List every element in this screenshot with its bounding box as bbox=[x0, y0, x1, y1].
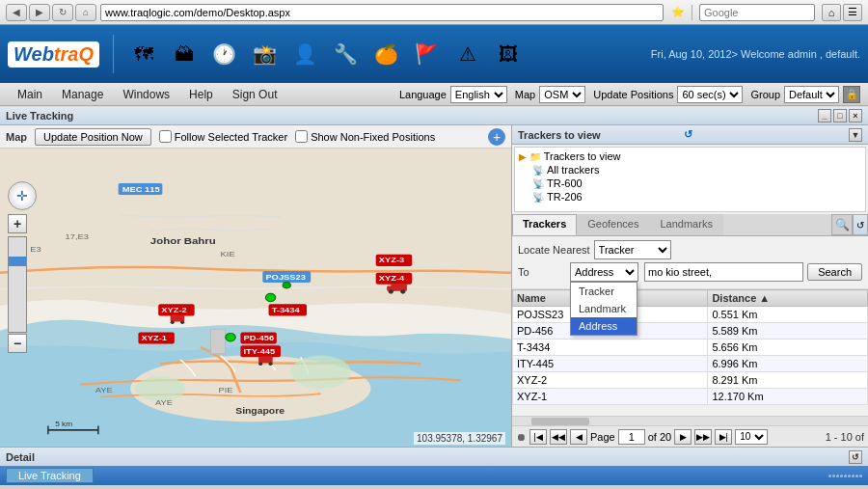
tracker-distance-cell: 12.170 Km bbox=[708, 389, 868, 405]
pagination-info-icon: ⏺ bbox=[516, 431, 527, 443]
table-row[interactable]: T-34345.656 Km bbox=[513, 340, 868, 356]
page-forward-btn[interactable]: ▶▶ bbox=[694, 429, 712, 445]
update-position-btn[interactable]: Update Position Now bbox=[35, 128, 151, 146]
browser-back-btn[interactable]: ◀ bbox=[6, 4, 27, 21]
tab-geofences[interactable]: Geofences bbox=[577, 214, 649, 235]
table-row[interactable]: XYZ-112.170 Km bbox=[513, 389, 868, 405]
map-background[interactable]: Johor Bahru E3 17,E3 KIE AYE AYE PIE Sin… bbox=[0, 149, 511, 447]
tree-item-all[interactable]: 📡 All trackers bbox=[517, 163, 863, 177]
browser-home-btn[interactable]: ⌂ bbox=[75, 4, 96, 21]
toolbar-camera-icon[interactable]: 📸 bbox=[249, 38, 282, 70]
table-row[interactable]: PD-4565.589 Km bbox=[513, 323, 868, 340]
locate-address-input[interactable] bbox=[644, 262, 803, 282]
status-grip bbox=[828, 475, 862, 477]
svg-point-17 bbox=[283, 282, 290, 288]
language-select[interactable]: English bbox=[450, 86, 507, 103]
svg-point-1 bbox=[130, 356, 370, 422]
toolbar-orange-icon[interactable]: 🍊 bbox=[370, 38, 403, 70]
dropdown-option-address[interactable]: Address bbox=[571, 317, 637, 335]
search-button[interactable]: Search bbox=[807, 263, 862, 281]
browser-house-icon[interactable]: ⌂ bbox=[822, 4, 841, 21]
show-non-fixed-checkbox[interactable]: Show Non-Fixed Positions bbox=[295, 130, 435, 143]
results-table: Name Distance ▲ POJSS230.551 KmPD-4565.5… bbox=[512, 289, 868, 405]
restore-btn[interactable]: □ bbox=[833, 109, 847, 122]
zoom-out-btn[interactable]: − bbox=[8, 334, 27, 353]
svg-text:5 km: 5 km bbox=[55, 420, 72, 427]
show-non-fixed-label: Show Non-Fixed Positions bbox=[311, 131, 435, 143]
rows-per-page-select[interactable]: 10 25 50 bbox=[735, 429, 768, 445]
nav-windows[interactable]: Windows bbox=[113, 85, 179, 104]
toolbar-photo-icon[interactable]: 🖼 bbox=[492, 38, 525, 70]
page-next-btn[interactable]: ▶ bbox=[674, 429, 692, 445]
compass-icon[interactable]: ✛ bbox=[8, 181, 37, 210]
map-label: Map bbox=[515, 89, 535, 100]
col-distance-header[interactable]: Distance ▲ bbox=[708, 290, 868, 307]
svg-rect-2 bbox=[210, 329, 226, 354]
browser-menu-icon[interactable]: ☰ bbox=[843, 4, 862, 21]
table-row[interactable]: ITY-4456.996 Km bbox=[513, 356, 868, 372]
toolbar-alert-icon[interactable]: ⚠ bbox=[451, 38, 484, 70]
tabs-bar: Trackers Geofences Landmarks 🔍 ↺ bbox=[512, 214, 868, 236]
table-scroll-area[interactable]: Name Distance ▲ POJSS230.551 KmPD-4565.5… bbox=[512, 289, 868, 416]
toolbar-flag-icon[interactable]: 🚩 bbox=[411, 38, 444, 70]
browser-refresh-btn[interactable]: ↻ bbox=[52, 4, 73, 21]
tracker-icon-tr206: 📡 bbox=[532, 192, 544, 203]
follow-tracker-checkbox[interactable]: Follow Selected Tracker bbox=[159, 130, 287, 143]
dropdown-option-tracker[interactable]: Tracker bbox=[571, 283, 637, 300]
table-row[interactable]: XYZ-28.291 Km bbox=[513, 372, 868, 389]
trackers-panel-btn[interactable]: ▼ bbox=[849, 128, 862, 142]
minimize-btn[interactable]: _ bbox=[818, 109, 831, 122]
nav-signout[interactable]: Sign Out bbox=[223, 85, 287, 104]
nav-help[interactable]: Help bbox=[179, 85, 223, 104]
tree-item-root[interactable]: ▶ 📁 Trackers to view bbox=[517, 149, 863, 163]
nav-main[interactable]: Main bbox=[8, 85, 52, 104]
svg-rect-13 bbox=[119, 183, 163, 195]
tree-item-tr206[interactable]: 📡 TR-206 bbox=[517, 190, 863, 204]
svg-rect-0 bbox=[0, 149, 511, 447]
svg-point-43 bbox=[226, 333, 235, 341]
tracker-name-cell: ITY-445 bbox=[513, 356, 708, 372]
zoom-in-btn[interactable]: + bbox=[8, 214, 27, 233]
svg-text:PIE: PIE bbox=[219, 386, 233, 394]
tab-right-btn[interactable]: ↺ bbox=[853, 214, 868, 235]
follow-tracker-label: Follow Selected Tracker bbox=[175, 131, 287, 143]
page-last-btn[interactable]: ▶| bbox=[715, 429, 732, 445]
tab-trackers[interactable]: Trackers bbox=[512, 214, 577, 235]
tree-item-tr600[interactable]: 📡 TR-600 bbox=[517, 177, 863, 190]
toolbar-map-icon[interactable]: 🗺 bbox=[127, 38, 160, 70]
tab-search-icon[interactable]: 🔍 bbox=[831, 214, 853, 235]
toolbar-user-icon[interactable]: 👤 bbox=[289, 38, 322, 70]
close-btn[interactable]: × bbox=[849, 109, 862, 122]
group-select[interactable]: Default bbox=[784, 86, 839, 103]
tracker-tree: ▶ 📁 Trackers to view 📡 All trackers 📡 TR… bbox=[514, 147, 866, 212]
dropdown-option-landmark[interactable]: Landmark bbox=[571, 300, 637, 317]
table-row[interactable]: POJSS230.551 Km bbox=[513, 307, 868, 323]
toolbar-clock-icon[interactable]: 🕐 bbox=[208, 38, 241, 70]
tab-landmarks[interactable]: Landmarks bbox=[649, 214, 722, 235]
browser-forward-btn[interactable]: ▶ bbox=[29, 4, 50, 21]
nav-manage[interactable]: Manage bbox=[52, 85, 113, 104]
toolbar-tools-icon[interactable]: 🔧 bbox=[330, 38, 363, 70]
tracker-name-cell: XYZ-1 bbox=[513, 389, 708, 405]
map-add-btn[interactable]: + bbox=[488, 128, 505, 146]
lock-button[interactable]: 🔒 bbox=[843, 86, 860, 103]
page-back-btn[interactable]: ◀ bbox=[570, 429, 587, 445]
trackers-refresh-btn[interactable]: ↺ bbox=[684, 128, 850, 141]
map-panel: Map Update Position Now Follow Selected … bbox=[0, 125, 511, 447]
detail-refresh-btn[interactable]: ↺ bbox=[849, 450, 862, 464]
address-bar[interactable] bbox=[100, 4, 664, 21]
horizontal-scrollbar[interactable] bbox=[512, 416, 868, 425]
page-first-btn[interactable]: |◀ bbox=[529, 429, 547, 445]
page-number-input[interactable] bbox=[618, 429, 645, 445]
map-select[interactable]: OSM bbox=[539, 86, 585, 103]
status-tab-live-tracking[interactable]: Live Tracking bbox=[6, 468, 94, 483]
page-range-info: 1 - 10 of bbox=[826, 431, 864, 443]
update-select[interactable]: 60 sec(s) bbox=[677, 86, 743, 103]
zoom-slider[interactable] bbox=[8, 236, 27, 333]
page-prev-btn[interactable]: ◀◀ bbox=[550, 429, 567, 445]
browser-search-input[interactable] bbox=[699, 4, 815, 21]
locate-nearest-select[interactable]: Tracker Landmark bbox=[594, 240, 671, 259]
locate-type-select[interactable]: Address Tracker Landmark bbox=[570, 262, 638, 282]
toolbar-terrain-icon[interactable]: 🏔 bbox=[168, 38, 201, 70]
tracker-distance-cell: 0.551 Km bbox=[708, 307, 868, 323]
